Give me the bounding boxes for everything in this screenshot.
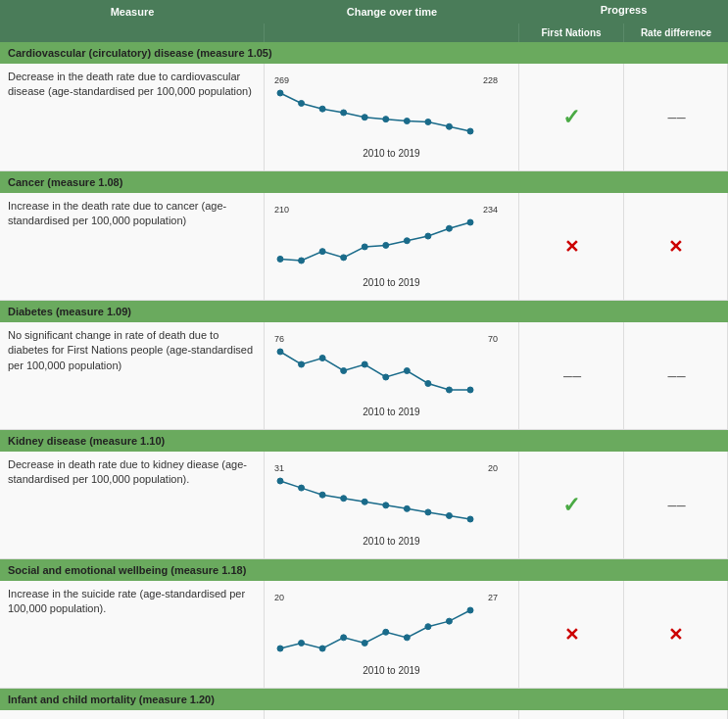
chart-start-val: 210: [274, 205, 289, 215]
chart-dot: [404, 368, 410, 374]
chart-period-label: 2010 to 2019: [363, 148, 419, 159]
chart-dot: [341, 496, 347, 502]
chart-dot: [446, 512, 452, 518]
dash-icon: – –: [667, 367, 683, 385]
chart-dot: [319, 356, 325, 361]
chart-dot: [467, 607, 473, 613]
chart-dot: [341, 368, 347, 374]
measure-cell: Decrease in the death rate due to cardio…: [0, 64, 265, 170]
rate-diff-cell: – –: [624, 64, 728, 170]
measure-text: Decrease in death rate due to kidney die…: [8, 457, 256, 488]
first-nations-header: First Nations: [519, 24, 624, 42]
chart-inner: 269 228: [272, 75, 498, 146]
chart-dot: [383, 374, 389, 380]
chart-wrapper: 269 228: [272, 75, 510, 146]
chart-dot: [446, 387, 452, 393]
chart-dot: [425, 119, 431, 124]
chart-dot: [319, 646, 325, 651]
sparkline-path: [280, 352, 470, 390]
data-row-cardiovascular: Decrease in the death rate due to cardio…: [0, 64, 728, 171]
chart-start-val: 269: [274, 75, 289, 85]
sparkline-container: [272, 602, 498, 663]
chart-dot: [277, 478, 283, 484]
table-body: Cardiovascular (circulatory) disease (me…: [0, 42, 728, 719]
chart-wrapper: 20 27: [272, 593, 510, 663]
chart-wrapper: 76 70: [272, 334, 510, 405]
sparkline-chart: [272, 344, 498, 403]
chart-dot: [425, 233, 431, 239]
data-row-diabetes: No significant change in rate of death d…: [0, 322, 728, 430]
section-header-cancer: Cancer (measure 1.08): [0, 171, 728, 193]
chart-cell: 20 27 2010 to 2019: [265, 581, 519, 688]
data-row-cancer: Increase in the death rate due to cancer…: [0, 193, 728, 301]
chart-inner: 31 20: [272, 463, 498, 534]
chart-dot: [383, 117, 389, 122]
chart-dot: [383, 503, 389, 508]
chart-dot: [277, 349, 283, 355]
chart-dot: [341, 635, 347, 641]
cross-icon: ✕: [668, 236, 683, 258]
chart-dot: [319, 106, 325, 112]
sparkline-chart: [272, 473, 498, 532]
chart-inner: 210 234: [272, 205, 498, 275]
chart-dot: [299, 485, 305, 491]
chart-start-val: 76: [274, 334, 284, 344]
chart-dot: [446, 225, 452, 231]
chart-dot: [383, 629, 389, 635]
chart-dot: [362, 499, 367, 504]
chart-dot: [446, 618, 452, 624]
chart-inner: 20 27: [272, 593, 498, 663]
sparkline-path: [280, 610, 470, 648]
chart-dot: [467, 516, 473, 522]
chart-dot: [299, 640, 305, 646]
dash-icon: – –: [667, 497, 683, 514]
chart-start-val: 31: [274, 463, 284, 473]
chart-cell: 129 127 2012 to 2021: [265, 710, 519, 719]
main-table: Measure Change over time Progress First …: [0, 0, 728, 719]
chart-period-label: 2010 to 2019: [363, 277, 419, 288]
sparkline-container: [272, 473, 498, 534]
chart-dot: [341, 110, 347, 116]
chart-wrapper: 210 234: [272, 205, 510, 275]
chart-period-label: 2010 to 2019: [363, 407, 419, 417]
section-header-infant: Infant and child mortality (measure 1.20…: [0, 689, 728, 710]
chart-dot: [362, 640, 367, 646]
rate-diff-cell: – –: [624, 322, 728, 429]
chart-dot: [319, 492, 325, 498]
section-header-kidney: Kidney disease (measure 1.10): [0, 430, 728, 452]
rate-diff-cell: ✕: [624, 581, 728, 688]
rate-diff-cell: ✕: [624, 193, 728, 300]
chart-period-label: 2010 to 2019: [363, 665, 419, 676]
chart-cell: 269 228 2010 to 2019: [265, 64, 519, 170]
cross-icon: ✕: [564, 236, 579, 258]
chart-start-val: 20: [274, 593, 284, 602]
progress-header: Progress: [519, 0, 728, 24]
measure-cell: No significant change in the rate of chi…: [0, 710, 265, 719]
chart-end-val: 27: [488, 593, 498, 602]
change-header: Change over time: [265, 0, 519, 24]
dash-icon: – –: [563, 367, 579, 385]
chart-dot: [277, 256, 283, 262]
chart-dot: [446, 123, 452, 129]
data-row-social: Increase in the suicide rate (age-standa…: [0, 581, 728, 689]
first-nations-cell: – –: [519, 710, 624, 719]
sparkline-chart: [272, 602, 498, 661]
chart-dot: [467, 219, 473, 225]
chart-dot: [425, 381, 431, 387]
section-header-social: Social and emotional wellbeing (measure …: [0, 559, 728, 581]
measure-cell: No significant change in rate of death d…: [0, 322, 265, 429]
chart-dot: [383, 242, 389, 248]
chart-wrapper: 31 20: [272, 463, 510, 534]
chart-dot: [341, 255, 347, 261]
measure-header: Measure: [0, 0, 265, 24]
check-icon: ✓: [562, 493, 580, 518]
rate-diff-header: Rate difference: [624, 24, 728, 42]
chart-dot: [362, 361, 367, 367]
first-nations-cell: ✓: [519, 64, 624, 170]
section-header-cardiovascular: Cardiovascular (circulatory) disease (me…: [0, 42, 728, 64]
cross-icon: ✕: [668, 624, 683, 646]
sparkline-container: [272, 215, 498, 275]
data-row-infant: No significant change in the rate of chi…: [0, 710, 728, 719]
chart-dot: [299, 258, 305, 264]
cross-icon: ✕: [564, 624, 579, 646]
